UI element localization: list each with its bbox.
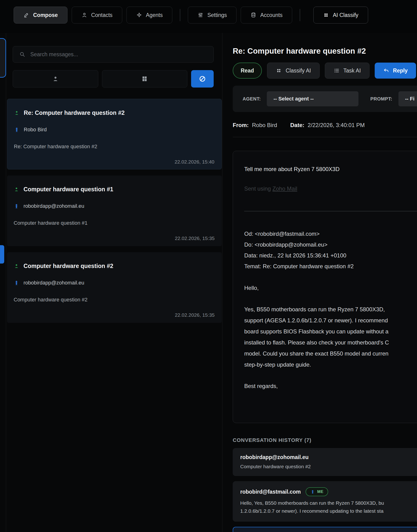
history-snippet: Computer hardware question #2 — [240, 464, 417, 469]
partial-nav-button-top[interactable] — [0, 38, 6, 78]
message-title: Computer hardware question #2 — [23, 263, 113, 269]
date-label: Date: — [290, 122, 304, 129]
filter-ban-button[interactable] — [191, 70, 214, 87]
zoho-mail-link[interactable]: Zoho Mail — [272, 185, 297, 192]
contacts-button[interactable]: Contacts — [72, 7, 122, 23]
ai-classify-label: AI Classify — [333, 12, 358, 18]
message-sender: Robo Bird — [24, 127, 47, 133]
paragraph-line: step-by-step update guide. — [244, 359, 417, 370]
person-outline-icon — [81, 12, 87, 18]
email-body-text: Tell me more about Ryzen 7 5800X3D — [244, 166, 417, 173]
quote-divider — [244, 211, 417, 211]
person-blue-icon — [14, 127, 20, 132]
person-green-icon — [14, 263, 19, 269]
paragraph-line: support (AGESA 1.2.0.6b/1.2.0.7 or newer… — [244, 315, 417, 326]
message-time: 22.02.2026, 15:35 — [14, 236, 215, 241]
reply-label: Reply — [393, 67, 408, 74]
email-paragraph: Yes, B550 motherboards can run the Ryzen… — [244, 304, 417, 370]
date-value: 2/22/2026, 3:40:01 PM — [308, 122, 365, 129]
message-snippet: Computer hardware question #1 — [14, 220, 215, 226]
quote-to-line: Do: <robobirdapp@zohomail.eu> — [244, 239, 417, 250]
history-sender: robobirdapp@zohomail.eu — [240, 454, 309, 460]
partial-nav-button-bottom[interactable] — [0, 245, 4, 263]
from-label: From: — [233, 122, 249, 129]
message-item[interactable]: Computer hardware question #2 robobirdap… — [7, 252, 222, 323]
history-preview-line: Hello, Yes, B550 motherboards can run th… — [240, 499, 417, 507]
toolbar-separator — [180, 9, 180, 21]
person-green-icon — [14, 187, 19, 192]
compose-button[interactable]: Compose — [14, 7, 67, 23]
email-subject-title: Re: Computer hardware question #2 — [233, 47, 417, 55]
paragraph-line: board supports BIOS Flashback you can up… — [244, 326, 417, 337]
paragraph-line: installed to flash. Please also check yo… — [244, 337, 417, 348]
ban-icon — [199, 75, 206, 83]
message-time: 22.02.2026, 15:35 — [14, 312, 215, 318]
history-item[interactable]: robobird@fastmail.com ME Hello, Yes, B55… — [233, 481, 417, 522]
message-title: Re: Computer hardware question #2 — [24, 109, 125, 116]
from-value: Robo Bird — [252, 122, 277, 129]
message-sender: robobirdapp@zohomail.eu — [23, 280, 84, 286]
quote-date-line: Data: niedz., 22 lut 2026 15:36:41 +0100 — [244, 250, 417, 261]
search-box — [13, 46, 214, 63]
ai-classify-button[interactable]: AI Classify — [313, 7, 368, 23]
sliders-icon — [198, 12, 204, 18]
left-edge-strip — [0, 33, 6, 532]
message-item[interactable]: Computer hardware question #1 robobirdap… — [7, 175, 222, 246]
message-sender: robobirdapp@zohomail.eu — [23, 203, 84, 209]
message-list-panel: Re: Computer hardware question #2 Robo B… — [6, 33, 222, 532]
pencil-icon — [23, 12, 29, 18]
history-preview-line: 1.2.0.6b/1.2.0.7 or newer). I recommend … — [240, 507, 417, 515]
email-meta-row: From: Robo Bird Date: 2/22/2026, 3:40:01… — [233, 122, 417, 129]
quote-from-line: Od: <robobird@fastmail.com> — [244, 228, 417, 239]
paragraph-line: Yes, B550 motherboards can run the Ryzen… — [244, 304, 417, 315]
person-icon — [52, 75, 59, 82]
task-ai-button[interactable]: Task AI — [325, 63, 370, 79]
divider — [233, 137, 417, 137]
me-badge-label: ME — [317, 489, 324, 494]
grid-icon — [141, 75, 148, 82]
reply-arrow-icon — [383, 67, 389, 74]
closing-text: Best regards, — [244, 381, 417, 391]
classify-ai-button[interactable]: Classify AI — [267, 63, 319, 79]
history-preview: Hello, Yes, B550 motherboards can run th… — [240, 499, 417, 515]
search-input[interactable] — [30, 51, 207, 58]
task-ai-label: Task AI — [344, 67, 361, 74]
message-item[interactable]: Re: Computer hardware question #2 Robo B… — [7, 99, 222, 169]
compose-label: Compose — [33, 12, 58, 18]
settings-label: Settings — [207, 12, 227, 18]
quote-subject-line: Temat: Re: Computer hardware question #2 — [244, 261, 417, 272]
history-item-selected-partial[interactable] — [233, 527, 417, 532]
contacts-label: Contacts — [91, 12, 113, 18]
message-list: Re: Computer hardware question #2 Robo B… — [6, 99, 222, 323]
filter-grid-button[interactable] — [102, 70, 188, 87]
message-title: Computer hardware question #1 — [23, 186, 113, 193]
read-status-badge: Read — [233, 63, 262, 79]
reply-button[interactable]: Reply — [375, 63, 416, 79]
four-dots-icon — [323, 12, 329, 18]
agent-label: AGENT: — [243, 96, 261, 102]
accounts-button[interactable]: Accounts — [241, 7, 292, 23]
person-blue-icon — [310, 489, 315, 494]
prompt-select[interactable]: -- Fi — [398, 91, 417, 106]
classify-ai-label: Classify AI — [286, 67, 311, 74]
history-sender: robobird@fastmail.com — [240, 489, 301, 495]
accounts-label: Accounts — [260, 12, 282, 18]
agent-prompt-bar: AGENT: -- Select agent -- PROMPT: -- Fi — [233, 86, 417, 112]
filter-person-button[interactable] — [13, 70, 98, 87]
prompt-label: PROMPT: — [370, 96, 392, 102]
greeting-text: Hello, — [244, 282, 417, 293]
four-dots-icon — [276, 67, 282, 74]
person-green-icon — [14, 110, 20, 116]
email-action-row: Read Classify AI Task AI Reply — [233, 63, 417, 79]
quoted-headers: Od: <robobird@fastmail.com> Do: <robobir… — [244, 228, 417, 272]
history-item[interactable]: robobirdapp@zohomail.eu Computer hardwar… — [233, 448, 417, 476]
settings-button[interactable]: Settings — [188, 7, 237, 23]
paragraph-line: model. Could you share the exact B550 mo… — [244, 348, 417, 359]
message-time: 22.02.2026, 15:40 — [14, 159, 214, 165]
agent-select[interactable]: -- Select agent -- — [267, 91, 358, 106]
email-detail-panel: Re: Computer hardware question #2 Read C… — [233, 33, 417, 532]
email-body-card: Tell me more about Ryzen 7 5800X3D Sent … — [233, 151, 417, 423]
task-list-icon — [334, 67, 340, 74]
agents-button[interactable]: Agents — [126, 7, 173, 23]
database-icon — [250, 12, 256, 18]
